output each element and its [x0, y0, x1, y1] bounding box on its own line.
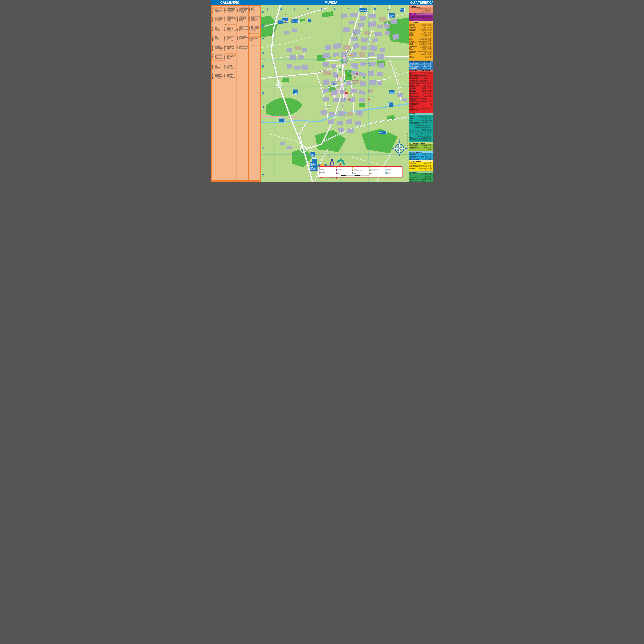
index-entry-gridref: G7 [224, 39, 226, 40]
road-sign-text: ALCANTARILLA [279, 120, 284, 121]
poi-badge-rest: 9 [349, 55, 351, 56]
index-entry-street: Pirulo, Carril [239, 28, 243, 29]
road-sign: →ALQUERÍASSANTA CRUZEL RAAL [388, 103, 393, 107]
index-entry-street: Presbítero Francisco Ibáñez [239, 46, 248, 47]
building-block [352, 29, 361, 35]
poi-badge-info: 3 [344, 98, 345, 99]
index-entry-street: Dalias [215, 61, 217, 63]
index-entry-street: Vicente Aleixandre [251, 11, 257, 12]
index-entry: I7Pintor Pedro Flores, Plaza [237, 12, 248, 13]
index-entry-street: Echegaray [227, 26, 230, 27]
map-legend: EdificiosEdificio PúblicoCalle PeatonalP… [318, 166, 403, 177]
index-entry: D7Lorca [224, 75, 236, 76]
index-entry-gridref: E11 [224, 46, 226, 47]
index-entry: C3Dulcinea [224, 20, 236, 21]
street-label: Jardín San Esteban [329, 88, 335, 89]
street-index-panel: AD11AbanillaC11Abarán (Puente Tocinos)D4… [211, 5, 261, 182]
building-block [323, 88, 329, 93]
index-entry-gridref: C7 [224, 9, 226, 10]
index-letter-header: L [224, 53, 236, 54]
guide-entry: 10.Salzillo(antigua Iglesia de N. P. Jes… [409, 135, 432, 135]
guide-entry-name: Taurino [410, 137, 412, 138]
guide-section-hosteleria: HΨHosteleríaHOTELES1.AC Murcia****Avda. … [409, 21, 433, 61]
index-entry: F6Laredo [224, 57, 236, 58]
guide-entry-phone: 968 21 68 62 [427, 57, 431, 58]
guide-entry-phone: 968 21 10 99 [427, 91, 431, 92]
index-entry: J5Lo Pagán [224, 70, 236, 71]
building-block [349, 97, 355, 102]
index-entry: D8Juan XXIII, Plaza [224, 45, 236, 46]
index-entry-street: Pintor Mariano Ballester, Plaza [239, 8, 248, 9]
index-entry-gridref: K8 [249, 18, 251, 19]
road [351, 82, 354, 112]
index-entry: J5Aire [212, 31, 223, 32]
guide-entry-gridref: H6 [431, 122, 432, 123]
poi-badge-official: 2 [330, 92, 331, 93]
guide-entry-gridref: L7 [431, 177, 432, 178]
legend-scale-segment [355, 175, 360, 176]
index-entry-gridref: I10 [249, 11, 251, 12]
index-entry-gridref: G5 [249, 15, 251, 16]
index-entry: G6Zarandona, Calle [249, 44, 260, 45]
road-sign-text: ALQUERÍAS [389, 104, 392, 105]
index-entry-gridref: J7 [212, 21, 214, 22]
index-entry-street: Agustinas, Plaza [215, 30, 220, 31]
route-badge: N-301 [284, 21, 286, 22]
index-entry: F10Zaragoza [249, 41, 260, 43]
guide-entry-extra: 968 90 69 35 [409, 149, 432, 150]
guide-entry-gridref: G6 [431, 111, 432, 111]
poi-badge-rest: 13 [340, 75, 342, 76]
road-sign: ↓ANDALUCÍAMADRIDALICANTEE-15A-7 [293, 90, 298, 95]
index-entry-street: Actor F. Díaz de Mendoza [215, 18, 223, 19]
index-entry: I6Cuartel de Artillería [212, 53, 223, 54]
index-entry-gridref: J9 [224, 43, 226, 44]
legend-scale-label: 200 m [353, 175, 355, 176]
index-column-2: C3Doctor José María Aroca, PlazaE8Doctor… [224, 6, 236, 180]
parada-taxis-icon: T [385, 172, 387, 173]
index-entry-street: Cronista Diego Rodríguez A. [215, 49, 223, 50]
guide-section-informacion: iInformación Turística y Ciudadana1.Conc… [409, 61, 433, 70]
index-entry: G6Plano de San Francisco, Calle [237, 29, 248, 30]
guide-entry-gridref: G7 [431, 120, 432, 121]
park [321, 11, 334, 17]
legend-swatch [319, 172, 320, 173]
index-entry-gridref: C7 [237, 36, 239, 37]
index-entry-street: Lorenzo Pausa [227, 76, 232, 77]
guide-entry-address: Información: [418, 147, 427, 148]
guide-section-title: Hostelería [413, 21, 418, 23]
poi-badge-parking: P [354, 83, 355, 84]
guide-section-header: ΠMuseos [409, 113, 433, 115]
index-entry: B8Delfos [212, 65, 223, 66]
index-entry: C3Doctor José María Aroca, Plaza [224, 7, 236, 8]
grid-row-label: G [262, 92, 264, 95]
index-entry: D10Pontel [237, 39, 248, 40]
index-entry-gridref: F5 [212, 58, 214, 59]
road-sign-text: MOLINA DE SEGURA [292, 21, 298, 22]
index-entry-street: Agrimensores [215, 25, 219, 26]
index-entry-gridref: J5 [212, 31, 214, 32]
index-entry: E11Juana Jugán, Avenida [224, 46, 236, 47]
legend-item-label: Aparcamiento [387, 169, 391, 170]
guide-group-label: HOTELES [410, 24, 432, 24]
index-entry-street: Albacete [215, 37, 218, 38]
legend-item-label: Museos [354, 173, 356, 174]
centros-deportivos-icon: ∞ [369, 170, 370, 171]
building-block [376, 81, 382, 85]
guide-entry-gridref: E8 [431, 67, 432, 68]
index-entry: J5Zaraichico [249, 42, 260, 44]
guide-entry-num: 9. [409, 133, 410, 133]
index-entry: C3Pontevedra, Plaza [237, 40, 248, 41]
road-sign-text: ANDALUCÍA [311, 154, 315, 154]
index-entry: C6Agustín Lara [212, 28, 223, 29]
building-block [369, 62, 375, 67]
index-entry-street: Ericas [227, 38, 229, 39]
legend-item: ☻Teatro [336, 173, 351, 174]
index-entry-gridref: F5 [237, 23, 239, 25]
legend-item-label: Zona en planeamiento [321, 174, 327, 174]
index-entry-street: Lealtad [227, 60, 229, 61]
road-sign-text: VALLADOLISES [311, 166, 315, 167]
index-column-1: AD11AbanillaC11Abarán (Puente Tocinos)D4… [212, 6, 224, 180]
building-block [351, 89, 357, 93]
index-entry: D6Cronista Carlos Valcárcel [212, 48, 223, 49]
guide-entry-phone: 968 23 94 31 [427, 93, 431, 94]
